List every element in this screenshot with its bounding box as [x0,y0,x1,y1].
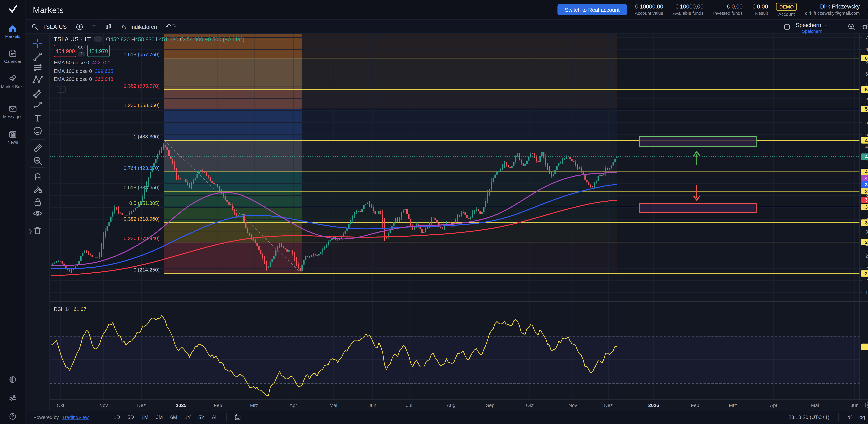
bid-ask-widget[interactable]: 454.900 0.07 1 454.970 [54,44,110,57]
quick-search-icon[interactable] [847,22,856,31]
sidebar-item-market-buzz[interactable]: Market Buzz [0,74,26,90]
draw-tool-trash-icon[interactable] [32,225,43,236]
sidebar-item-messages[interactable]: Messages [0,104,26,120]
svg-text:351.305: 351.305 [865,204,868,210]
svg-text:2025: 2025 [176,403,186,408]
compare-add-icon[interactable] [75,22,84,31]
time-axis-settings-icon[interactable] [864,401,868,409]
demo-account-badge-col: DEMO Account [776,3,797,17]
help-icon[interactable] [0,412,26,421]
undo-button[interactable]: ↶ [165,23,171,30]
ema-legend-50[interactable]: EMA 50 close 0422.700 [54,60,111,66]
chart-type-candles-icon[interactable] [104,22,113,31]
stat-result: € 0.00Result [752,3,768,16]
chart-area[interactable]: 1.618 (657.760)1.382 (593.070)1.236 (553… [50,34,868,410]
svg-text:0.618 (383.650): 0.618 (383.650) [124,185,159,190]
contrast-icon[interactable] [0,376,26,384]
legend-collapse-button[interactable]: ⌃ [57,86,66,93]
sell-button[interactable]: 454.900 [54,44,76,57]
range-button-5y[interactable]: 5Y [196,413,207,421]
sidebar-item-markets[interactable]: Markets [0,24,26,39]
svg-text:2026: 2026 [648,403,659,408]
svg-text:200.000: 200.000 [865,278,868,283]
save-tooltip: Speichern [802,29,823,34]
svg-text:Jul: Jul [406,403,412,408]
percent-scale-button[interactable]: % [848,415,852,420]
svg-text:Jun: Jun [850,403,859,408]
svg-text:1 (488.360): 1 (488.360) [133,134,159,139]
switch-to-real-account-button[interactable]: Switch to Real account [557,4,627,15]
range-button-5d[interactable]: 5D [125,413,136,421]
draw-tool-trend-icon[interactable] [32,51,43,62]
draw-tool-textT-icon[interactable] [32,113,43,124]
draw-tool-zoomin-icon[interactable] [32,155,43,166]
svg-text:Mai: Mai [330,403,337,408]
legend-symbol: TSLA.US · 1T [54,36,91,42]
svg-text:488.360: 488.360 [865,138,868,143]
svg-text:0.236 (278.940): 0.236 (278.940) [124,235,159,241]
svg-text:Feb: Feb [214,403,222,408]
draw-tool-eye-icon[interactable] [32,208,43,219]
quantity-value[interactable]: 1 [78,52,85,57]
svg-text:Dez: Dez [137,403,146,408]
indicators-button[interactable]: ƒx Indikatoren [121,24,157,30]
tradingview-link[interactable]: TradingView [62,415,89,420]
user-block[interactable]: Dirk Friczewsky dirk.friczewsky@gmail.co… [805,3,860,16]
price-chart[interactable]: 1.618 (657.760)1.382 (593.070)1.236 (553… [50,34,868,410]
svg-text:1.382 (593.070): 1.382 (593.070) [124,83,159,89]
stat-available-funds: € 10000.00Available funds [673,3,704,16]
range-button-1y[interactable]: 1Y [182,413,193,421]
sliders-icon[interactable] [0,393,26,402]
draw-tool-smiley-icon[interactable] [32,126,43,136]
range-button-all[interactable]: All [210,413,220,421]
svg-text:1.618 (657.760): 1.618 (657.760) [124,52,159,57]
calendar-icon [8,48,18,58]
svg-text:422.700: 422.700 [865,175,868,181]
sidebar-item-news[interactable]: News [0,129,26,145]
range-button-1m[interactable]: 1M [139,413,151,421]
log-scale-button[interactable]: log [858,415,865,420]
draw-tool-xabcd-icon[interactable] [32,74,43,85]
svg-text:366.048: 366.048 [865,197,868,203]
svg-text:Mrz: Mrz [250,403,258,408]
interval-button[interactable]: T [92,24,96,30]
range-button-3m[interactable]: 3M [153,413,165,421]
app: MarketsCalendarMarket BuzzMessagesNews M… [0,0,868,424]
draw-tool-projection-icon[interactable] [32,88,43,99]
ema-legend-200[interactable]: EMA 200 close 0366.048 [54,76,113,82]
chart-legend[interactable]: TSLA.US · 1T — O452.820 H458.830 L451.63… [54,36,244,42]
svg-text:675.000: 675.000 [865,47,868,53]
svg-text:Mai: Mai [811,403,819,408]
symbol-search-button[interactable]: TSLA.US [42,24,67,30]
draw-tool-multiline-icon[interactable] [32,62,43,73]
svg-text:553.050: 553.050 [865,106,868,112]
buy-button[interactable]: 454.970 [87,44,110,57]
svg-text:Sep: Sep [486,403,494,408]
svg-text:399.665: 399.665 [865,182,868,187]
draw-tool-ruler-icon[interactable] [32,143,43,154]
svg-text:Okt: Okt [526,403,534,408]
redo-button[interactable]: ↷ [171,23,177,30]
draw-tool-lock-icon[interactable] [32,197,43,207]
draw-tool-magnet-icon[interactable] [32,171,43,182]
layout-checkbox-icon[interactable] [783,23,790,30]
gear-icon[interactable] [861,22,868,31]
go-to-date-icon[interactable] [234,413,242,421]
sidebar-item-calendar[interactable]: Calendar [0,48,26,64]
svg-text:Apr: Apr [770,403,778,408]
search-icon[interactable] [31,23,38,30]
demo-label: Account [778,12,795,17]
range-button-6m[interactable]: 6M [168,413,180,421]
save-button[interactable]: Speichern Speichern [796,23,829,34]
range-button-1d[interactable]: 1D [111,413,122,421]
draw-tool-editlock-icon[interactable] [32,184,43,194]
legend-menu-icon[interactable]: — [94,36,102,42]
powered-by-text: Powered by [33,415,59,420]
ema-legend-100[interactable]: EMA 100 close 0399.665 [54,68,113,74]
draw-tool-brush-icon[interactable] [32,100,43,110]
panel-expand-chevron-icon[interactable]: ❯ [28,228,33,234]
home-icon [8,24,18,33]
clock: 23:18:20 (UTC+1) [788,415,830,420]
draw-tool-crosshair-icon[interactable] [32,38,43,48]
envelope-icon [8,104,18,113]
